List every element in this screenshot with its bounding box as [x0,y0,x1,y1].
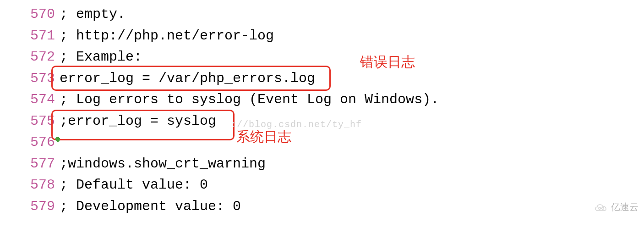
code-text: ; empty. [60,4,126,25]
code-text: ;windows.show_crt_warning [60,153,266,175]
code-text: error_log = /var/php_errors.log [60,68,315,89]
code-text: ; Default value: 0 [60,174,208,196]
code-text: ; Development value: 0 [60,196,241,217]
line-number: 574 [0,89,60,111]
line-number: 578 [0,174,60,196]
line-number: 570 [0,4,60,25]
code-line: 575 ;error_log = syslog [0,111,644,132]
code-line: 576 [0,132,644,153]
code-line: 577 ;windows.show_crt_warning [0,153,644,175]
line-number: 573 [0,68,60,89]
line-number: 577 [0,153,60,175]
code-line: 573 error_log = /var/php_errors.log [0,68,644,89]
code-line: 571 ; http://php.net/error-log [0,25,644,47]
line-number: 579 [0,196,60,217]
code-text: ; Log errors to syslog (Event Log on Win… [60,89,439,111]
code-line: 574 ; Log errors to syslog (Event Log on… [0,89,644,111]
code-line: 570 ; empty. [0,4,644,25]
code-editor: 570 ; empty. 571 ; http://php.net/error-… [0,0,644,217]
code-line: 572 ; Example: [0,46,644,68]
line-number: 572 [0,46,60,68]
code-text: ; Example: [60,46,142,68]
line-number: 575 [0,111,60,132]
code-text: ; http://php.net/error-log [60,25,274,47]
code-line: 579 ; Development value: 0 [0,196,644,217]
line-number: 571 [0,25,60,47]
code-text: ;error_log = syslog [60,111,216,132]
code-line: 578 ; Default value: 0 [0,174,644,196]
line-number: 576 [0,132,60,153]
